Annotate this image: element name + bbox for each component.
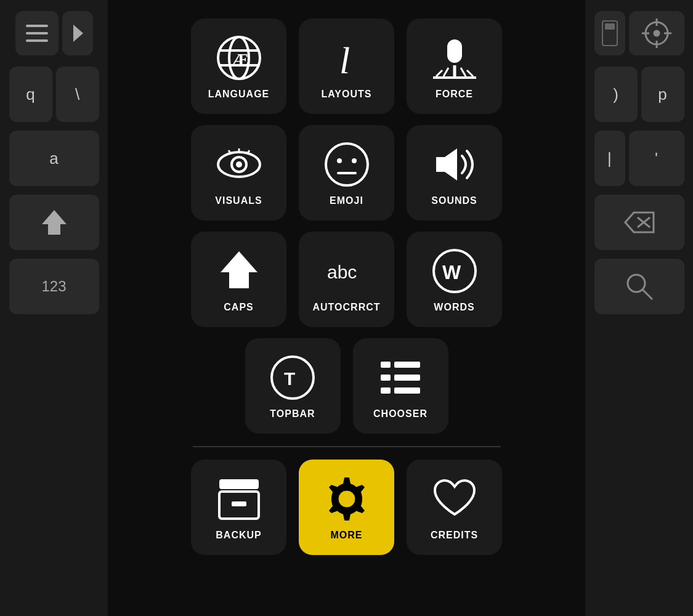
shift-key[interactable] xyxy=(9,195,99,250)
bottom-row: BACKUP MORE CRE xyxy=(191,460,502,555)
svg-line-16 xyxy=(461,68,466,76)
topbar-label: TOPBAR xyxy=(270,408,315,419)
svg-rect-0 xyxy=(26,25,48,27)
force-label: FORCE xyxy=(436,89,473,100)
svg-line-13 xyxy=(436,70,442,76)
svg-text:Æ: Æ xyxy=(232,50,249,69)
chooser-label: CHOOSER xyxy=(373,408,428,419)
svg-marker-28 xyxy=(436,148,457,180)
caps-icon xyxy=(214,246,264,296)
layouts-button[interactable]: l LAYOUTS xyxy=(299,18,394,114)
language-icon: Æ xyxy=(214,33,264,83)
words-icon: W xyxy=(430,246,479,296)
more-icon xyxy=(322,474,371,524)
key-apostrophe[interactable]: ' xyxy=(629,131,684,186)
svg-rect-35 xyxy=(381,362,391,368)
svg-text:l: l xyxy=(339,39,350,81)
backup-label: BACKUP xyxy=(216,530,261,541)
more-button[interactable]: MORE xyxy=(299,460,394,555)
force-button[interactable]: FORCE xyxy=(407,18,502,114)
right-row4 xyxy=(594,259,684,314)
key-pipe[interactable]: | xyxy=(594,131,625,186)
svg-point-24 xyxy=(326,144,368,185)
svg-rect-39 xyxy=(381,387,391,394)
delete-key[interactable] xyxy=(594,195,684,250)
svg-rect-38 xyxy=(394,375,420,381)
svg-point-52 xyxy=(654,31,659,36)
key-123[interactable]: 123 xyxy=(9,259,99,314)
credits-label: CREDITS xyxy=(431,530,478,541)
words-button[interactable]: W WORDS xyxy=(407,232,502,327)
caps-label: CAPS xyxy=(224,302,253,313)
forward-arrow-key[interactable] xyxy=(62,11,93,55)
svg-point-20 xyxy=(236,161,242,168)
svg-text:T: T xyxy=(284,368,295,389)
visuals-button[interactable]: VISUALS xyxy=(191,125,286,221)
credits-icon xyxy=(430,474,479,524)
key-right-bracket[interactable]: ) xyxy=(594,67,638,122)
key-backslash[interactable]: \ xyxy=(56,67,99,122)
svg-line-56 xyxy=(642,290,652,299)
keyboard-left-panel: q \ a 123 xyxy=(0,0,108,616)
autocrrct-icon: abc xyxy=(322,246,371,296)
key-q[interactable]: q xyxy=(9,67,52,122)
svg-text:W: W xyxy=(442,261,461,283)
menu-key[interactable] xyxy=(15,11,59,55)
visuals-label: VISUALS xyxy=(215,195,262,206)
chooser-icon xyxy=(376,353,425,402)
svg-marker-3 xyxy=(73,25,83,42)
topbar-button[interactable]: T TOPBAR xyxy=(245,338,341,434)
words-label: WORDS xyxy=(434,302,474,313)
backup-icon xyxy=(214,474,264,524)
sounds-button[interactable]: SOUNDS xyxy=(407,125,502,221)
sounds-label: SOUNDS xyxy=(431,195,477,206)
svg-point-27 xyxy=(352,158,357,163)
right-row2: | ' xyxy=(594,131,684,186)
svg-rect-43 xyxy=(232,501,246,506)
emoji-icon xyxy=(322,140,371,189)
emoji-label: EMOJI xyxy=(330,195,363,206)
svg-rect-41 xyxy=(219,479,259,489)
chooser-button[interactable]: CHOOSER xyxy=(353,338,448,434)
svg-point-55 xyxy=(628,275,645,292)
settings-row2: T TOPBAR CHOOSER xyxy=(245,338,448,434)
key-a[interactable]: a xyxy=(9,131,99,186)
divider xyxy=(193,446,501,447)
svg-line-14 xyxy=(467,70,473,76)
crosshair-key[interactable] xyxy=(629,11,684,55)
force-icon xyxy=(430,33,479,83)
key-n[interactable] xyxy=(594,11,625,55)
svg-text:abc: abc xyxy=(327,262,357,282)
autocrrct-button[interactable]: abc AUTOCRRCT xyxy=(299,232,394,327)
autocrrct-label: AUTOCRRCT xyxy=(312,302,380,313)
svg-rect-40 xyxy=(394,387,420,394)
svg-rect-46 xyxy=(605,23,615,30)
right-row1: ) p xyxy=(594,67,684,122)
settings-panel: Æ LANGUAGE l LAYOUTS xyxy=(108,0,585,616)
visuals-icon xyxy=(214,140,264,189)
svg-rect-37 xyxy=(381,375,391,381)
right-row3 xyxy=(594,195,684,250)
svg-marker-29 xyxy=(221,251,257,288)
key-p[interactable]: p xyxy=(641,67,684,122)
backup-button[interactable]: BACKUP xyxy=(191,460,286,555)
svg-line-15 xyxy=(444,68,448,76)
emoji-button[interactable]: EMOJI xyxy=(299,125,394,221)
layouts-label: LAYOUTS xyxy=(322,89,372,100)
caps-button[interactable]: CAPS xyxy=(191,232,286,327)
sounds-icon xyxy=(430,140,479,189)
keyboard-right-panel: ) p | ' xyxy=(585,0,693,616)
layouts-icon: l xyxy=(322,33,371,83)
credits-button[interactable]: CREDITS xyxy=(407,460,502,555)
svg-marker-4 xyxy=(42,210,67,235)
svg-rect-36 xyxy=(394,362,420,368)
settings-grid: Æ LANGUAGE l LAYOUTS xyxy=(191,18,502,327)
svg-point-44 xyxy=(338,490,355,508)
svg-point-26 xyxy=(337,158,342,163)
svg-rect-2 xyxy=(26,39,48,42)
search-key[interactable] xyxy=(594,259,684,314)
svg-rect-11 xyxy=(447,39,462,63)
language-label: LANGUAGE xyxy=(208,89,270,100)
language-button[interactable]: Æ LANGUAGE xyxy=(191,18,286,114)
more-label: MORE xyxy=(331,530,363,541)
